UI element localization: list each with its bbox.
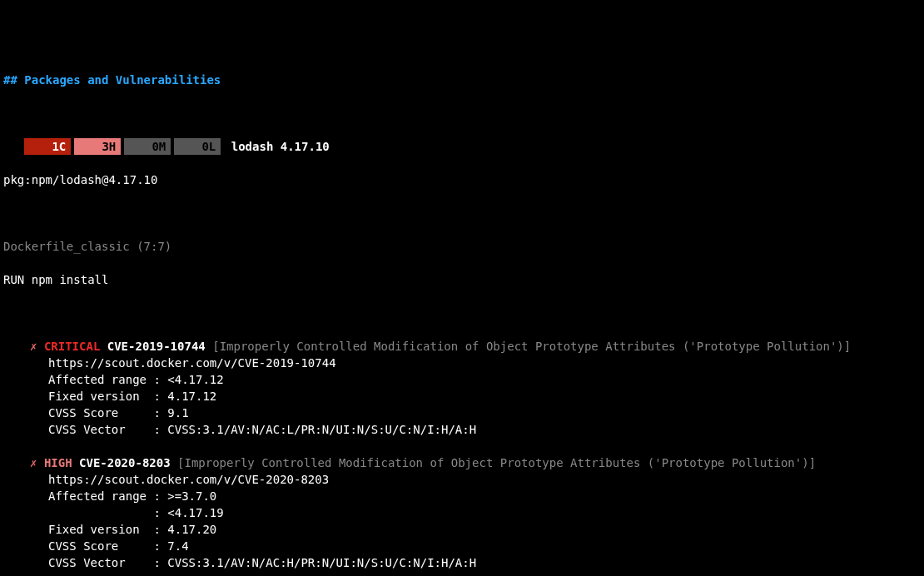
badge-medium: 0M (124, 138, 171, 155)
vuln-url[interactable]: https://scout.docker.com/v/CVE-2019-1074… (3, 355, 921, 371)
vuln-description: [Improperly Controlled Modification of O… (177, 456, 816, 469)
vuln-url[interactable]: https://scout.docker.com/v/CVE-2020-8203 (3, 471, 921, 488)
vuln-header: ✗ HIGH CVE-2020-8203 [Improperly Control… (3, 454, 921, 471)
cve-id[interactable]: CVE-2020-8203 (79, 456, 171, 469)
package-name: lodash 4.17.10 (231, 140, 330, 153)
badge-critical: 1C (24, 138, 71, 155)
severity-label: CRITICAL (44, 340, 100, 353)
package-purl: pkg:npm/lodash@4.17.10 (3, 171, 921, 188)
section-heading: ## Packages and Vulnerabilities (3, 73, 221, 87)
vuln-field: Fixed version : 4.17.12 (3, 388, 921, 405)
severity-label: HIGH (44, 456, 72, 469)
vuln-field: : <4.17.19 (3, 504, 921, 521)
vuln-field: Fixed version : 4.17.20 (3, 521, 921, 538)
vuln-description: [Improperly Controlled Modification of O… (212, 340, 851, 353)
cve-id[interactable]: CVE-2019-10744 (107, 340, 206, 353)
source-line: RUN npm install (3, 271, 921, 288)
vuln-field: CVSS Score : 9.1 (3, 405, 921, 421)
badge-high: 3H (74, 138, 121, 155)
vulnerability-list: ✗ CRITICAL CVE-2019-10744 [Improperly Co… (3, 338, 921, 576)
vuln-field: Affected range : >=3.7.0 (3, 488, 921, 504)
vuln-field: CVSS Vector : CVSS:3.1/AV:N/AC:H/PR:N/UI… (3, 554, 921, 571)
vuln-field: Affected range : <4.17.12 (3, 371, 921, 388)
badge-low: 0L (174, 138, 221, 155)
vuln-header: ✗ CRITICAL CVE-2019-10744 [Improperly Co… (3, 338, 921, 355)
severity-summary: 1C3H0M0L lodash 4.17.10 (3, 138, 921, 155)
vuln-field: CVSS Score : 7.4 (3, 538, 921, 554)
x-icon: ✗ (30, 340, 37, 353)
vuln-field: CVSS Vector : CVSS:3.1/AV:N/AC:L/PR:N/UI… (3, 421, 921, 438)
source-file: Dockerfile_classic (7:7) (3, 238, 921, 255)
x-icon: ✗ (30, 456, 37, 469)
